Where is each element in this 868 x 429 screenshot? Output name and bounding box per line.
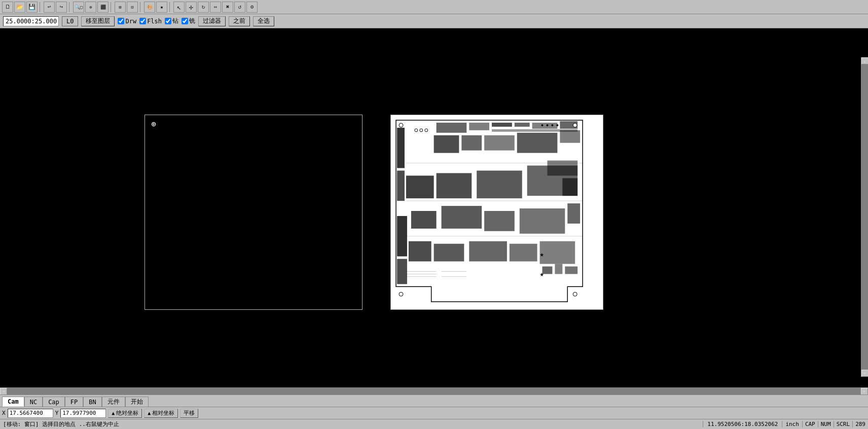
rotate-button[interactable]: ↻ <box>198 2 209 13</box>
status-cap: CAP <box>802 421 818 427</box>
rel-coord-button[interactable]: ▲ 相对坐标 <box>144 409 178 418</box>
select-button[interactable]: ⬛ <box>97 2 108 13</box>
coord-display: 25.0000:25.000 <box>3 16 59 26</box>
flsh-checkbox-label[interactable]: Flsh <box>139 18 162 25</box>
drill-checkbox-label[interactable]: 钻 <box>165 17 178 25</box>
pcb-board-left[interactable]: ⊕ <box>144 115 363 310</box>
pcb-board-right[interactable]: ★ ★ <box>390 115 603 310</box>
svg-point-16 <box>546 124 548 126</box>
separator5 <box>169 2 171 12</box>
mirror-button[interactable]: ⇔ <box>210 2 221 13</box>
select-all-button[interactable]: 全选 <box>253 16 274 26</box>
mill-checkbox-label[interactable]: 铣 <box>182 17 195 25</box>
drw-checkbox-label[interactable]: Drw <box>118 18 136 25</box>
svg-rect-31 <box>567 203 580 224</box>
svg-rect-35 <box>510 244 537 262</box>
tab-cap[interactable]: Cap <box>43 397 65 407</box>
y-coord-value: 17.9977900 <box>62 410 96 416</box>
svg-rect-25 <box>397 216 407 257</box>
grid-button[interactable]: ⊞ <box>115 2 126 13</box>
svg-rect-24 <box>562 178 577 196</box>
svg-rect-7 <box>397 170 405 201</box>
tab-cam[interactable]: Cam <box>2 397 24 407</box>
svg-point-18 <box>556 124 558 126</box>
svg-rect-9 <box>469 123 489 130</box>
tabs-bar: Cam NC Cap FP BN 元件 开始 <box>0 395 868 407</box>
move-layer-button[interactable]: 移至图层 <box>81 16 115 26</box>
status-coord: 11.9520506:18.0352062 <box>703 421 782 427</box>
svg-rect-26 <box>397 259 407 284</box>
scroll-down-arrow[interactable]: ▼ <box>861 370 869 377</box>
zoom-window-button[interactable]: 🔍▢ <box>73 2 84 13</box>
svg-rect-28 <box>442 206 482 229</box>
prev-button[interactable]: 之前 <box>229 16 250 26</box>
redo-button[interactable]: ↪ <box>56 2 67 13</box>
toolbar1: 🗋 📂 💾 ↩ ↪ 🔍▢ ⊕ ⬛ ⊞ ⊟ 🎨 ▪ ↖ ✛ ↻ ⇔ ✖ ↺ ⚙ <box>0 0 868 14</box>
layer-button[interactable]: L0 <box>62 16 78 26</box>
move-button[interactable]: 平移 <box>180 409 198 418</box>
new-button[interactable]: 🗋 <box>2 2 13 13</box>
tab-fp[interactable]: FP <box>65 397 83 407</box>
svg-rect-6 <box>397 128 405 168</box>
scroll-left-arrow[interactable]: ◀ <box>0 388 7 395</box>
tab-components[interactable]: 元件 <box>102 397 125 407</box>
svg-rect-12 <box>484 135 515 151</box>
drw-checkbox[interactable] <box>118 18 124 24</box>
refresh-button[interactable]: ↺ <box>234 2 245 13</box>
scroll-track-horizontal[interactable] <box>7 388 861 395</box>
y-coord-field[interactable]: 17.9977900 <box>60 409 106 418</box>
svg-rect-14 <box>560 130 580 143</box>
svg-point-47 <box>399 292 403 296</box>
separator1 <box>40 2 42 12</box>
svg-rect-27 <box>411 211 437 229</box>
toolbar2: 25.0000:25.000 L0 移至图层 Drw Flsh 钻 铣 过滤器 … <box>0 14 868 28</box>
zoom-button[interactable]: ⊕ <box>85 2 96 13</box>
svg-rect-3 <box>532 123 558 129</box>
scroll-right-arrow[interactable]: ▶ <box>861 388 868 395</box>
horizontal-scrollbar[interactable]: ◀ ▶ <box>0 387 868 395</box>
scroll-up-arrow[interactable]: ▲ <box>861 57 869 64</box>
abs-coord-button[interactable]: ▲ 绝对坐标 <box>108 409 142 418</box>
rel-mountain-icon: ▲ <box>148 410 151 416</box>
svg-rect-20 <box>437 173 472 198</box>
save-button[interactable]: 💾 <box>26 2 38 13</box>
drill-checkbox[interactable] <box>165 18 171 24</box>
select2-button[interactable]: ↖ <box>173 2 185 13</box>
settings-button[interactable]: ⚙ <box>246 2 258 13</box>
svg-rect-10 <box>434 135 459 153</box>
svg-rect-23 <box>547 161 577 176</box>
svg-point-48 <box>399 123 403 127</box>
pcb-svg: ★ ★ <box>391 115 603 309</box>
separator3 <box>111 2 113 12</box>
svg-rect-51 <box>565 266 577 274</box>
status-right-section: 11.9520506:18.0352062 inch CAP NUM SCRL … <box>703 421 868 427</box>
svg-rect-19 <box>406 175 434 198</box>
svg-rect-30 <box>520 208 565 234</box>
mill-checkbox[interactable] <box>182 18 188 24</box>
svg-point-17 <box>551 124 553 126</box>
filter-button[interactable]: 过滤器 <box>198 16 226 26</box>
delete-button[interactable]: ✖ <box>222 2 233 13</box>
tab-bn[interactable]: BN <box>83 397 101 407</box>
color-button[interactable]: 🎨 <box>144 2 155 13</box>
flsh-checkbox[interactable] <box>139 18 146 24</box>
scroll-track-vertical[interactable] <box>861 64 868 370</box>
svg-rect-49 <box>542 266 553 274</box>
status-message: [移动: 窗口] 选择目的地点 ..右鼠键为中止 <box>0 420 703 428</box>
fill-button[interactable]: ▪ <box>156 2 167 13</box>
grid2-button[interactable]: ⊟ <box>127 2 138 13</box>
move-button[interactable]: ✛ <box>186 2 197 13</box>
tab-nc[interactable]: NC <box>24 397 43 407</box>
svg-point-42 <box>415 129 418 132</box>
undo-button[interactable]: ↩ <box>44 2 55 13</box>
status-zoom: 289 <box>852 421 868 427</box>
svg-rect-33 <box>434 244 464 262</box>
vertical-scrollbar[interactable]: ▲ ▼ <box>861 57 868 377</box>
open-button[interactable]: 📂 <box>14 2 25 13</box>
svg-rect-1 <box>492 123 512 127</box>
svg-rect-50 <box>555 264 562 274</box>
tab-start[interactable]: 开始 <box>125 397 149 407</box>
x-coord-field[interactable]: 17.5667400 <box>8 409 53 418</box>
separator2 <box>69 2 71 12</box>
main-canvas-area[interactable]: ▲ ▼ ⊕ <box>0 28 868 387</box>
